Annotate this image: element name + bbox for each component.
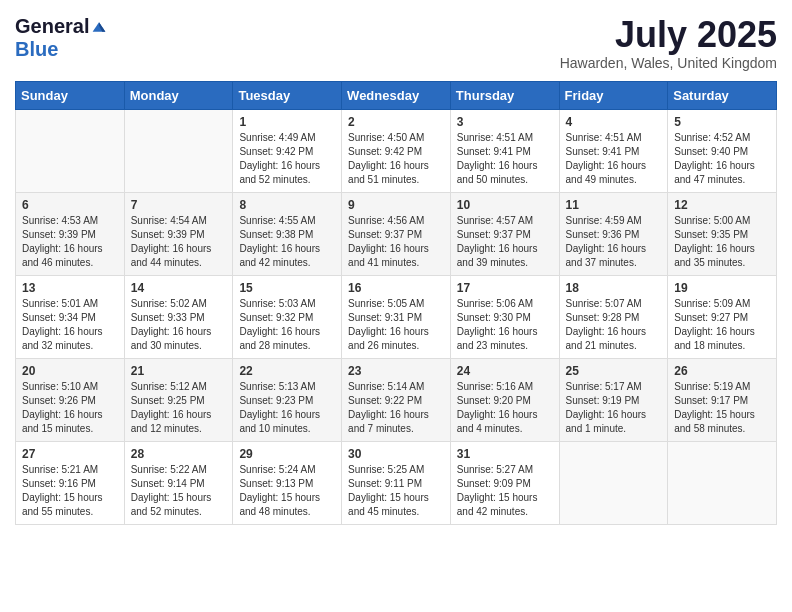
day-info: Sunrise: 5:07 AM Sunset: 9:28 PM Dayligh… xyxy=(566,297,662,353)
day-info: Sunrise: 4:53 AM Sunset: 9:39 PM Dayligh… xyxy=(22,214,118,270)
calendar-cell: 6Sunrise: 4:53 AM Sunset: 9:39 PM Daylig… xyxy=(16,192,125,275)
logo-blue-text: Blue xyxy=(15,38,58,61)
day-number: 25 xyxy=(566,364,662,378)
day-number: 26 xyxy=(674,364,770,378)
calendar-cell: 27Sunrise: 5:21 AM Sunset: 9:16 PM Dayli… xyxy=(16,441,125,524)
day-info: Sunrise: 4:51 AM Sunset: 9:41 PM Dayligh… xyxy=(566,131,662,187)
weekday-header-thursday: Thursday xyxy=(450,81,559,109)
day-info: Sunrise: 4:52 AM Sunset: 9:40 PM Dayligh… xyxy=(674,131,770,187)
calendar-cell xyxy=(16,109,125,192)
calendar-cell: 14Sunrise: 5:02 AM Sunset: 9:33 PM Dayli… xyxy=(124,275,233,358)
day-number: 19 xyxy=(674,281,770,295)
logo: General Blue xyxy=(15,15,107,61)
calendar-cell: 31Sunrise: 5:27 AM Sunset: 9:09 PM Dayli… xyxy=(450,441,559,524)
logo-general-text: General xyxy=(15,15,89,38)
calendar-week-row: 20Sunrise: 5:10 AM Sunset: 9:26 PM Dayli… xyxy=(16,358,777,441)
calendar-cell: 26Sunrise: 5:19 AM Sunset: 9:17 PM Dayli… xyxy=(668,358,777,441)
day-info: Sunrise: 5:24 AM Sunset: 9:13 PM Dayligh… xyxy=(239,463,335,519)
calendar-cell: 16Sunrise: 5:05 AM Sunset: 9:31 PM Dayli… xyxy=(342,275,451,358)
day-info: Sunrise: 4:57 AM Sunset: 9:37 PM Dayligh… xyxy=(457,214,553,270)
day-info: Sunrise: 4:51 AM Sunset: 9:41 PM Dayligh… xyxy=(457,131,553,187)
day-number: 2 xyxy=(348,115,444,129)
day-number: 23 xyxy=(348,364,444,378)
day-info: Sunrise: 5:06 AM Sunset: 9:30 PM Dayligh… xyxy=(457,297,553,353)
weekday-header-sunday: Sunday xyxy=(16,81,125,109)
calendar-cell: 4Sunrise: 4:51 AM Sunset: 9:41 PM Daylig… xyxy=(559,109,668,192)
day-info: Sunrise: 5:16 AM Sunset: 9:20 PM Dayligh… xyxy=(457,380,553,436)
day-number: 13 xyxy=(22,281,118,295)
calendar-cell: 25Sunrise: 5:17 AM Sunset: 9:19 PM Dayli… xyxy=(559,358,668,441)
weekday-header-saturday: Saturday xyxy=(668,81,777,109)
day-info: Sunrise: 5:13 AM Sunset: 9:23 PM Dayligh… xyxy=(239,380,335,436)
day-number: 21 xyxy=(131,364,227,378)
day-number: 5 xyxy=(674,115,770,129)
calendar-cell: 11Sunrise: 4:59 AM Sunset: 9:36 PM Dayli… xyxy=(559,192,668,275)
calendar-cell xyxy=(559,441,668,524)
weekday-header-row: SundayMondayTuesdayWednesdayThursdayFrid… xyxy=(16,81,777,109)
calendar-cell: 19Sunrise: 5:09 AM Sunset: 9:27 PM Dayli… xyxy=(668,275,777,358)
calendar-cell: 22Sunrise: 5:13 AM Sunset: 9:23 PM Dayli… xyxy=(233,358,342,441)
calendar-cell: 24Sunrise: 5:16 AM Sunset: 9:20 PM Dayli… xyxy=(450,358,559,441)
day-number: 7 xyxy=(131,198,227,212)
day-number: 10 xyxy=(457,198,553,212)
calendar-cell: 1Sunrise: 4:49 AM Sunset: 9:42 PM Daylig… xyxy=(233,109,342,192)
day-info: Sunrise: 4:59 AM Sunset: 9:36 PM Dayligh… xyxy=(566,214,662,270)
day-number: 29 xyxy=(239,447,335,461)
weekday-header-monday: Monday xyxy=(124,81,233,109)
day-number: 8 xyxy=(239,198,335,212)
day-number: 27 xyxy=(22,447,118,461)
calendar-cell: 3Sunrise: 4:51 AM Sunset: 9:41 PM Daylig… xyxy=(450,109,559,192)
calendar-cell: 20Sunrise: 5:10 AM Sunset: 9:26 PM Dayli… xyxy=(16,358,125,441)
calendar-cell xyxy=(668,441,777,524)
day-number: 18 xyxy=(566,281,662,295)
day-info: Sunrise: 5:21 AM Sunset: 9:16 PM Dayligh… xyxy=(22,463,118,519)
day-info: Sunrise: 5:05 AM Sunset: 9:31 PM Dayligh… xyxy=(348,297,444,353)
month-title: July 2025 xyxy=(560,15,777,55)
calendar-cell: 21Sunrise: 5:12 AM Sunset: 9:25 PM Dayli… xyxy=(124,358,233,441)
day-number: 11 xyxy=(566,198,662,212)
calendar-cell: 29Sunrise: 5:24 AM Sunset: 9:13 PM Dayli… xyxy=(233,441,342,524)
logo-icon xyxy=(91,19,107,35)
calendar-cell: 17Sunrise: 5:06 AM Sunset: 9:30 PM Dayli… xyxy=(450,275,559,358)
calendar-cell: 12Sunrise: 5:00 AM Sunset: 9:35 PM Dayli… xyxy=(668,192,777,275)
day-info: Sunrise: 5:22 AM Sunset: 9:14 PM Dayligh… xyxy=(131,463,227,519)
day-info: Sunrise: 4:49 AM Sunset: 9:42 PM Dayligh… xyxy=(239,131,335,187)
day-info: Sunrise: 5:19 AM Sunset: 9:17 PM Dayligh… xyxy=(674,380,770,436)
calendar-cell: 9Sunrise: 4:56 AM Sunset: 9:37 PM Daylig… xyxy=(342,192,451,275)
calendar-cell: 23Sunrise: 5:14 AM Sunset: 9:22 PM Dayli… xyxy=(342,358,451,441)
calendar-week-row: 1Sunrise: 4:49 AM Sunset: 9:42 PM Daylig… xyxy=(16,109,777,192)
weekday-header-friday: Friday xyxy=(559,81,668,109)
calendar-week-row: 6Sunrise: 4:53 AM Sunset: 9:39 PM Daylig… xyxy=(16,192,777,275)
day-info: Sunrise: 5:09 AM Sunset: 9:27 PM Dayligh… xyxy=(674,297,770,353)
calendar-cell: 8Sunrise: 4:55 AM Sunset: 9:38 PM Daylig… xyxy=(233,192,342,275)
day-info: Sunrise: 5:27 AM Sunset: 9:09 PM Dayligh… xyxy=(457,463,553,519)
location-text: Hawarden, Wales, United Kingdom xyxy=(560,55,777,71)
calendar-week-row: 13Sunrise: 5:01 AM Sunset: 9:34 PM Dayli… xyxy=(16,275,777,358)
day-number: 31 xyxy=(457,447,553,461)
page-header: General Blue July 2025 Hawarden, Wales, … xyxy=(15,15,777,71)
day-number: 28 xyxy=(131,447,227,461)
calendar-cell: 5Sunrise: 4:52 AM Sunset: 9:40 PM Daylig… xyxy=(668,109,777,192)
calendar-cell xyxy=(124,109,233,192)
day-number: 20 xyxy=(22,364,118,378)
calendar-cell: 28Sunrise: 5:22 AM Sunset: 9:14 PM Dayli… xyxy=(124,441,233,524)
calendar-cell: 18Sunrise: 5:07 AM Sunset: 9:28 PM Dayli… xyxy=(559,275,668,358)
weekday-header-wednesday: Wednesday xyxy=(342,81,451,109)
calendar-cell: 10Sunrise: 4:57 AM Sunset: 9:37 PM Dayli… xyxy=(450,192,559,275)
day-number: 12 xyxy=(674,198,770,212)
day-number: 17 xyxy=(457,281,553,295)
day-info: Sunrise: 5:17 AM Sunset: 9:19 PM Dayligh… xyxy=(566,380,662,436)
day-number: 30 xyxy=(348,447,444,461)
calendar-cell: 2Sunrise: 4:50 AM Sunset: 9:42 PM Daylig… xyxy=(342,109,451,192)
calendar-cell: 13Sunrise: 5:01 AM Sunset: 9:34 PM Dayli… xyxy=(16,275,125,358)
day-info: Sunrise: 5:25 AM Sunset: 9:11 PM Dayligh… xyxy=(348,463,444,519)
weekday-header-tuesday: Tuesday xyxy=(233,81,342,109)
day-info: Sunrise: 5:02 AM Sunset: 9:33 PM Dayligh… xyxy=(131,297,227,353)
day-number: 4 xyxy=(566,115,662,129)
day-info: Sunrise: 4:54 AM Sunset: 9:39 PM Dayligh… xyxy=(131,214,227,270)
day-number: 15 xyxy=(239,281,335,295)
calendar-week-row: 27Sunrise: 5:21 AM Sunset: 9:16 PM Dayli… xyxy=(16,441,777,524)
day-info: Sunrise: 5:12 AM Sunset: 9:25 PM Dayligh… xyxy=(131,380,227,436)
day-number: 6 xyxy=(22,198,118,212)
day-number: 3 xyxy=(457,115,553,129)
